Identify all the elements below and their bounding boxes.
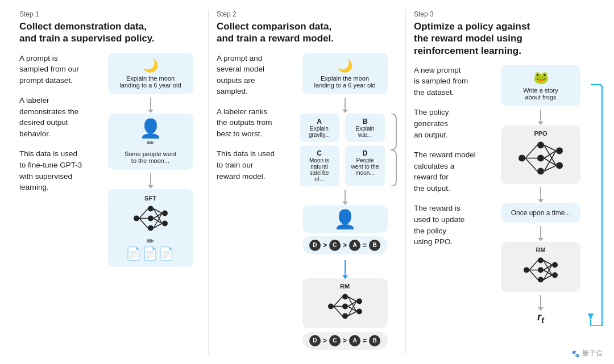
step1-prompt-card: 🌙 Explain the moonlanding to a 6 year ol… (108, 53, 193, 94)
svg-point-1 (148, 206, 154, 211)
step1-column: Step 1 Collect demonstration data,and tr… (11, 10, 209, 354)
svg-point-4 (162, 210, 168, 216)
svg-point-16 (342, 294, 348, 299)
svg-point-15 (328, 303, 334, 309)
step2-rank-c: C (329, 240, 341, 251)
page: Step 1 Collect demonstration data,and tr… (0, 0, 614, 364)
step2-inner: A prompt andseveral modeloutputs aresamp… (217, 53, 397, 354)
step2-prompt-icon: 🌙 (310, 58, 380, 73)
step2-rb-gt2: > (343, 337, 347, 345)
step2-text-1: A prompt andseveral modeloutputs aresamp… (217, 53, 287, 97)
svg-point-46 (538, 257, 544, 263)
step1-prompt-text: Explain the moonlanding to a 6 year old (116, 75, 185, 89)
step2-rb-gt1: > (323, 337, 327, 345)
step3-rm-card: RM (501, 242, 580, 292)
step3-inner: A new promptis sampled fromthe dataset. … (414, 65, 595, 354)
step3-rm-label: RM (536, 246, 545, 253)
step2-gt1: > (323, 241, 327, 249)
step2-person-icon: 👤 (334, 210, 356, 228)
step2-rb-c: C (329, 335, 341, 346)
svg-point-0 (134, 215, 139, 221)
svg-point-35 (556, 162, 563, 169)
step2-output-d: D People went to the moon... (345, 145, 385, 186)
svg-point-17 (342, 303, 348, 309)
step3-ppo-label: PPO (534, 130, 547, 137)
step3-arrow2 (540, 187, 541, 200)
step3-column: Step 3 Optimize a policy againstthe rewa… (406, 10, 603, 354)
svg-point-18 (342, 313, 348, 319)
watermark: 🐾 量子位 (571, 349, 603, 358)
step2-rank-top: D > C > A = B (302, 236, 388, 254)
step1-label: Step 1 (19, 10, 200, 18)
watermark-icon: 🐾 (571, 350, 580, 358)
step2-rm-label: RM (340, 283, 350, 290)
step3-prompt-text: Write a storyabout frogs (509, 87, 572, 101)
svg-point-5 (162, 220, 168, 226)
svg-point-33 (537, 168, 544, 174)
step2-label: Step 2 (217, 10, 397, 18)
step3-label: Step 3 (414, 10, 595, 18)
step1-text-3: This data is usedto fine-tune GPT-3with … (19, 148, 95, 193)
svg-marker-60 (588, 313, 594, 320)
step3-text-col: A new promptis sampled fromthe dataset. … (414, 65, 481, 354)
svg-point-31 (537, 141, 544, 148)
step1-pencil-icon: ✏ (147, 137, 154, 148)
step2-arrow-blue (345, 260, 346, 276)
step1-sft-label: SFT (144, 195, 156, 202)
step2-rb-d: D (309, 335, 321, 346)
step2-title: Collect comparison data,and train a rewa… (217, 20, 397, 45)
step2-person-card: 👤 (302, 206, 388, 233)
svg-point-30 (518, 154, 525, 161)
step1-arrow2 (150, 173, 151, 186)
svg-point-32 (537, 154, 544, 161)
step2-output-a: A Explain gravity... (300, 114, 339, 142)
step1-doc-icons: 📄📄📄 (126, 246, 175, 261)
step3-ppo-card: PPO (501, 125, 580, 184)
step1-pencil2-icon: ✏ (147, 236, 154, 246)
step3-title: Optimize a policy againstthe reward mode… (414, 20, 595, 57)
svg-point-50 (552, 272, 558, 278)
step1-text-2: A labelerdemonstrates thedesired outputb… (19, 95, 95, 139)
step2-output-b: B Explain war... (345, 114, 385, 142)
step1-network-svg (131, 202, 171, 236)
step1-person-card: 👤 ✏ Some people wentto the moon... (108, 114, 193, 170)
watermark-text: 量子位 (582, 349, 603, 358)
step1-sft-card: SFT (108, 189, 193, 267)
step1-person-label: Some people wentto the moon... (125, 150, 176, 164)
step2-arrow2 (345, 190, 346, 202)
svg-line-36 (525, 145, 537, 158)
step1-text-col: A prompt issampled from ourprompt datase… (19, 53, 95, 354)
step3-arrow3 (540, 226, 541, 239)
svg-line-6 (139, 208, 148, 218)
step3-output-text: Once upon a time... (509, 209, 572, 217)
svg-line-51 (529, 260, 538, 270)
step1-inner: A prompt issampled from ourprompt datase… (19, 53, 200, 354)
step1-prompt-icon: 🌙 (116, 58, 185, 73)
step2-rank-bottom: D > C > A = B (302, 332, 388, 350)
step3-reward-value: rt (537, 311, 544, 325)
step2-gt2: > (343, 241, 347, 249)
step3-text-3: The reward modelcalculates areward forth… (414, 149, 481, 194)
svg-point-49 (552, 262, 558, 267)
step1-text-1: A prompt issampled from ourprompt datase… (19, 53, 95, 86)
step1-diagram: 🌙 Explain the moonlanding to a 6 year ol… (101, 53, 200, 354)
step3-diagram: 🐸 Write a storyabout frogs PPO (487, 65, 595, 354)
step2-prompt-text: Explain the moonlanding to a 6 year old (310, 75, 380, 89)
step2-output-c: C Moon is natural satellite of... (300, 145, 339, 186)
step2-column: Step 2 Collect comparison data,and train… (209, 10, 406, 354)
svg-line-23 (334, 306, 342, 316)
step1-title: Collect demonstration data,and train a s… (19, 20, 200, 45)
svg-point-34 (556, 147, 563, 154)
step3-output-card: Once upon a time... (501, 203, 580, 223)
svg-point-48 (538, 277, 544, 282)
step2-prompt-card: 🌙 Explain the moonlanding to a 6 year ol… (302, 53, 388, 94)
step2-text-2: A labeler ranksthe outputs frombest to w… (217, 106, 287, 140)
step2-text-col: A prompt andseveral modeloutputs aresamp… (217, 53, 287, 354)
step2-rb-eq: = (363, 337, 367, 345)
svg-line-53 (529, 270, 538, 279)
step3-feedback-arrow (588, 82, 605, 326)
step2-text-3: This data is usedto train ourreward mode… (217, 148, 287, 182)
step2-outputs-container: A Explain gravity... B Explain war... C … (300, 114, 391, 186)
step3-frog-icon: 🐸 (509, 70, 572, 85)
step2-rank-b: B (369, 240, 380, 251)
